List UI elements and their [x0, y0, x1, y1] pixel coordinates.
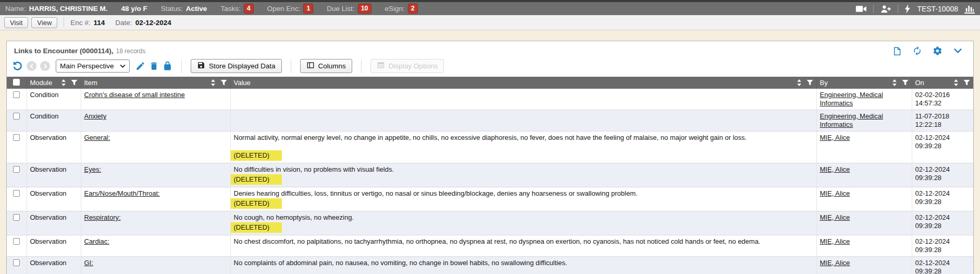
by-link[interactable]: Engineering, Medical Informatics	[820, 112, 883, 128]
by-link[interactable]: MIE, Alice	[820, 237, 850, 245]
person-add-icon[interactable]	[880, 4, 891, 14]
on-date: 02-12-2024	[915, 165, 971, 174]
open-enc-label: Open Enc:	[267, 5, 301, 13]
tasks-badge[interactable]: 4	[244, 4, 254, 14]
row-checkbox[interactable]	[13, 259, 20, 266]
value-cell: No difficulties in vision, no problems w…	[230, 163, 816, 187]
row-checkbox[interactable]	[13, 91, 20, 98]
deleted-highlight: (DELETED)	[231, 174, 282, 185]
due-list-label: Due List:	[327, 5, 354, 13]
by-link[interactable]: MIE, Alice	[820, 165, 850, 173]
item-column-header[interactable]: Item	[81, 77, 230, 89]
item-cell: Respiratory:	[81, 211, 230, 235]
item-link[interactable]: Anxiety	[84, 112, 107, 120]
module-cell: Observation	[27, 257, 81, 274]
status-label: Status:	[161, 5, 183, 13]
by-link[interactable]: MIE, Alice	[820, 259, 850, 267]
perspective-select[interactable]: Main Perspective	[56, 59, 130, 73]
by-cell: Engineering, Medical Informatics	[816, 110, 912, 132]
item-link[interactable]: General:	[84, 134, 110, 141]
row-select-cell	[7, 89, 27, 110]
row-checkbox[interactable]	[13, 166, 20, 173]
bar-chart-icon[interactable]	[964, 4, 975, 14]
item-link[interactable]: Respiratory:	[84, 213, 121, 221]
row-checkbox[interactable]	[13, 134, 20, 141]
filter-icon[interactable]	[963, 79, 970, 86]
esign-badge[interactable]: 2	[408, 4, 418, 14]
panel-header: Links to Encounter (0000114), 18 records	[7, 41, 973, 58]
on-date: 11-07-2018	[915, 112, 971, 121]
due-list-badge[interactable]: 10	[358, 4, 371, 14]
pencil-icon[interactable]	[135, 61, 145, 71]
divider	[873, 5, 874, 13]
item-link[interactable]: Cardiac:	[84, 237, 109, 245]
on-time: 14:57:32	[915, 99, 971, 108]
value-cell: Denies hearing difficulties, loss, tinni…	[230, 187, 816, 211]
row-checkbox[interactable]	[13, 113, 20, 120]
filter-icon[interactable]	[71, 79, 78, 86]
columns-button[interactable]: Columns	[300, 59, 352, 73]
filter-icon[interactable]	[902, 79, 909, 86]
prev-perspective-icon	[27, 61, 36, 71]
records-tbody: ConditionCrohn's disease of small intest…	[7, 89, 973, 274]
sort-icon[interactable]	[797, 79, 802, 86]
row-checkbox[interactable]	[13, 238, 20, 245]
by-link[interactable]: Engineering, Medical Informatics	[820, 91, 883, 107]
view-button[interactable]: View	[31, 17, 57, 28]
divider	[291, 59, 291, 73]
item-link[interactable]: Crohn's disease of small intestine	[84, 91, 185, 99]
module-column-header[interactable]: Module	[27, 77, 81, 89]
table-row: ObservationEars/Nose/Mouth/Throat:Denies…	[7, 187, 973, 211]
sort-icon[interactable]	[892, 79, 897, 86]
by-cell: MIE, Alice	[816, 163, 912, 187]
item-link[interactable]: Eyes:	[84, 165, 102, 173]
row-select-cell	[7, 187, 27, 211]
item-link[interactable]: Ears/Nose/Mouth/Throat:	[84, 189, 160, 197]
store-displayed-data-button[interactable]: Store Displayed Data	[191, 59, 282, 73]
value-text: No complaints of abdominal pain, no naus…	[234, 259, 813, 267]
lightning-icon[interactable]	[904, 4, 911, 14]
undo-icon[interactable]	[12, 61, 23, 72]
lock-icon[interactable]	[163, 61, 172, 71]
on-column-header[interactable]: On	[912, 77, 973, 89]
by-link[interactable]: MIE, Alice	[820, 213, 850, 221]
row-checkbox[interactable]	[13, 214, 20, 221]
visit-button[interactable]: Visit	[4, 17, 28, 28]
filter-icon[interactable]	[220, 79, 227, 86]
document-icon[interactable]	[892, 46, 902, 56]
select-all-checkbox[interactable]	[13, 79, 20, 86]
item-link[interactable]: GI:	[84, 259, 93, 267]
chevron-down-icon[interactable]	[953, 46, 963, 56]
value-column-header[interactable]: Value	[230, 77, 816, 89]
refresh-icon[interactable]	[912, 46, 922, 56]
open-enc-badge[interactable]: 1	[303, 4, 313, 14]
module-cell: Observation	[27, 187, 81, 211]
sort-icon[interactable]	[61, 79, 66, 86]
enc-number-label: Enc #:	[70, 19, 90, 27]
row-checkbox[interactable]	[13, 190, 20, 197]
row-select-cell	[7, 110, 27, 132]
gear-icon[interactable]	[933, 46, 942, 56]
by-link[interactable]: MIE, Alice	[820, 134, 850, 141]
on-time: 09:39:28	[915, 246, 971, 254]
name-label: Name:	[5, 5, 26, 13]
panel-header-actions	[892, 46, 966, 56]
sort-icon[interactable]	[953, 79, 959, 86]
divider	[898, 5, 898, 13]
table-row: ObservationCardiac:No chest discomfort, …	[7, 235, 973, 257]
trash-icon[interactable]	[149, 61, 159, 71]
system-id: TEST-10008	[917, 5, 958, 13]
on-header-label: On	[915, 79, 924, 87]
value-text: No cough, no hemoptysis, no wheezing.	[234, 213, 813, 222]
select-all-header	[7, 77, 27, 89]
filter-icon[interactable]	[807, 79, 813, 86]
on-cell: 02-12-202409:39:28	[912, 235, 973, 257]
by-column-header[interactable]: By	[816, 77, 912, 89]
row-select-cell	[7, 257, 27, 274]
video-camera-icon[interactable]	[855, 5, 867, 13]
by-link[interactable]: MIE, Alice	[820, 189, 850, 197]
on-date: 02-12-2024	[915, 134, 971, 142]
sort-icon[interactable]	[210, 79, 216, 86]
on-cell: 02-12-202409:39:28	[912, 187, 973, 211]
panel-title: Links to Encounter (0000114),	[14, 47, 114, 55]
